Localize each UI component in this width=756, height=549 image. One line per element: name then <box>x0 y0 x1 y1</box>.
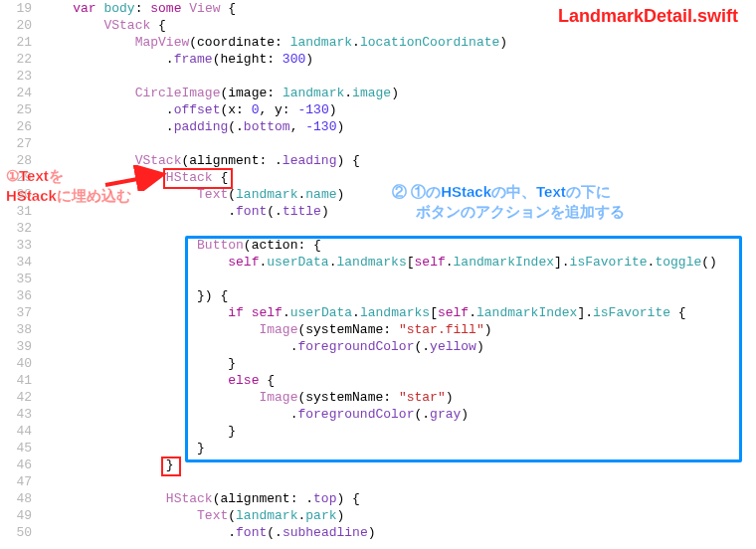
line-number: 26 <box>0 118 42 135</box>
code-content[interactable]: .offset(x: 0, y: -130) <box>42 101 756 118</box>
code-row[interactable]: 36 }) { <box>0 287 756 304</box>
code-row[interactable]: 25 .offset(x: 0, y: -130) <box>0 101 756 118</box>
code-content[interactable]: Button(action: { <box>42 237 756 254</box>
code-row[interactable]: 20 VStack { <box>0 17 756 34</box>
code-row[interactable]: 27 <box>0 135 756 152</box>
line-number: 38 <box>0 321 42 338</box>
code-row[interactable]: 19 var body: some View { <box>0 0 756 17</box>
code-row[interactable]: 37 if self.userData.landmarks[self.landm… <box>0 304 756 321</box>
line-number: 49 <box>0 507 42 524</box>
code-content[interactable]: } <box>42 440 756 457</box>
code-row[interactable]: 38 Image(systemName: "star.fill") <box>0 321 756 338</box>
code-row[interactable]: 48 HStack(alignment: .top) { <box>0 490 756 507</box>
code-row[interactable]: 39 .foregroundColor(.yellow) <box>0 338 756 355</box>
code-row[interactable]: 26 .padding(.bottom, -130) <box>0 118 756 135</box>
line-number: 50 <box>0 524 42 541</box>
code-content[interactable]: Image(systemName: "star.fill") <box>42 321 756 338</box>
line-number: 22 <box>0 51 42 68</box>
line-number: 19 <box>0 0 42 17</box>
code-content[interactable]: VStack { <box>42 17 756 34</box>
code-content[interactable]: .foregroundColor(.gray) <box>42 406 756 423</box>
code-content[interactable]: } <box>42 457 756 473</box>
line-number: 44 <box>0 423 42 440</box>
code-content[interactable] <box>42 135 756 152</box>
line-number: 40 <box>0 355 42 372</box>
line-number: 33 <box>0 237 42 254</box>
code-content[interactable]: HStack { <box>42 169 756 186</box>
code-content[interactable]: var body: some View { <box>42 0 756 17</box>
line-number: 41 <box>0 372 42 389</box>
code-content[interactable]: HStack(alignment: .top) { <box>42 490 756 507</box>
code-row[interactable]: 44 } <box>0 423 756 440</box>
code-editor: LandmarkDetail.swift ①Textを HStackに埋め込む … <box>0 0 756 541</box>
code-content[interactable] <box>42 220 756 237</box>
line-number: 35 <box>0 271 42 287</box>
code-content[interactable]: else { <box>42 372 756 389</box>
code-content[interactable]: if self.userData.landmarks[self.landmark… <box>42 304 756 321</box>
line-number: 21 <box>0 34 42 51</box>
line-number: 27 <box>0 135 42 152</box>
code-content[interactable]: .frame(height: 300) <box>42 51 756 68</box>
code-content[interactable] <box>42 271 756 287</box>
code-row[interactable]: 32 <box>0 220 756 237</box>
code-row[interactable]: 31 .font(.title) <box>0 203 756 220</box>
code-row[interactable]: 33 Button(action: { <box>0 237 756 254</box>
line-number: 36 <box>0 287 42 304</box>
code-row[interactable]: 22 .frame(height: 300) <box>0 51 756 68</box>
line-number: 23 <box>0 68 42 85</box>
code-content[interactable] <box>42 473 756 490</box>
line-number: 34 <box>0 254 42 271</box>
code-row[interactable]: 40 } <box>0 355 756 372</box>
code-content[interactable] <box>42 68 756 85</box>
code-row[interactable]: 47 <box>0 473 756 490</box>
code-row[interactable]: 30 Text(landmark.name) <box>0 186 756 203</box>
line-number: 48 <box>0 490 42 507</box>
line-number: 47 <box>0 473 42 490</box>
code-row[interactable]: 42 Image(systemName: "star") <box>0 389 756 406</box>
code-row[interactable]: 41 else { <box>0 372 756 389</box>
line-number: 39 <box>0 338 42 355</box>
code-row[interactable]: 34 self.userData.landmarks[self.landmark… <box>0 254 756 271</box>
line-number: 32 <box>0 220 42 237</box>
line-number: 37 <box>0 304 42 321</box>
code-row[interactable]: 24 CircleImage(image: landmark.image) <box>0 85 756 101</box>
line-number: 45 <box>0 440 42 457</box>
line-number: 46 <box>0 457 42 473</box>
code-content[interactable]: Image(systemName: "star") <box>42 389 756 406</box>
code-content[interactable]: .padding(.bottom, -130) <box>42 118 756 135</box>
code-content[interactable]: CircleImage(image: landmark.image) <box>42 85 756 101</box>
code-content[interactable]: .foregroundColor(.yellow) <box>42 338 756 355</box>
code-content[interactable]: VStack(alignment: .leading) { <box>42 152 756 169</box>
code-content[interactable]: .font(.title) <box>42 203 756 220</box>
code-content[interactable]: Text(landmark.park) <box>42 507 756 524</box>
code-content[interactable]: .font(.subheadline) <box>42 524 756 541</box>
code-content[interactable]: Text(landmark.name) <box>42 186 756 203</box>
code-row[interactable]: 43 .foregroundColor(.gray) <box>0 406 756 423</box>
code-content[interactable]: }) { <box>42 287 756 304</box>
line-number: 24 <box>0 85 42 101</box>
code-row[interactable]: 28 VStack(alignment: .leading) { <box>0 152 756 169</box>
line-number: 43 <box>0 406 42 423</box>
line-number: 25 <box>0 101 42 118</box>
line-number: 42 <box>0 389 42 406</box>
code-row[interactable]: 21 MapView(coordinate: landmark.location… <box>0 34 756 51</box>
code-row[interactable]: 35 <box>0 271 756 287</box>
code-row[interactable]: 46 } <box>0 457 756 473</box>
code-content[interactable]: MapView(coordinate: landmark.locationCoo… <box>42 34 756 51</box>
code-content[interactable]: self.userData.landmarks[self.landmarkInd… <box>42 254 756 271</box>
code-lines: 19 var body: some View {20 VStack {21 Ma… <box>0 0 756 541</box>
code-row[interactable]: 49 Text(landmark.park) <box>0 507 756 524</box>
code-row[interactable]: 23 <box>0 68 756 85</box>
code-row[interactable]: 45 } <box>0 440 756 457</box>
code-row[interactable]: 29 HStack { <box>0 169 756 186</box>
code-row[interactable]: 50 .font(.subheadline) <box>0 524 756 541</box>
code-content[interactable]: } <box>42 423 756 440</box>
code-content[interactable]: } <box>42 355 756 372</box>
line-number: 20 <box>0 17 42 34</box>
